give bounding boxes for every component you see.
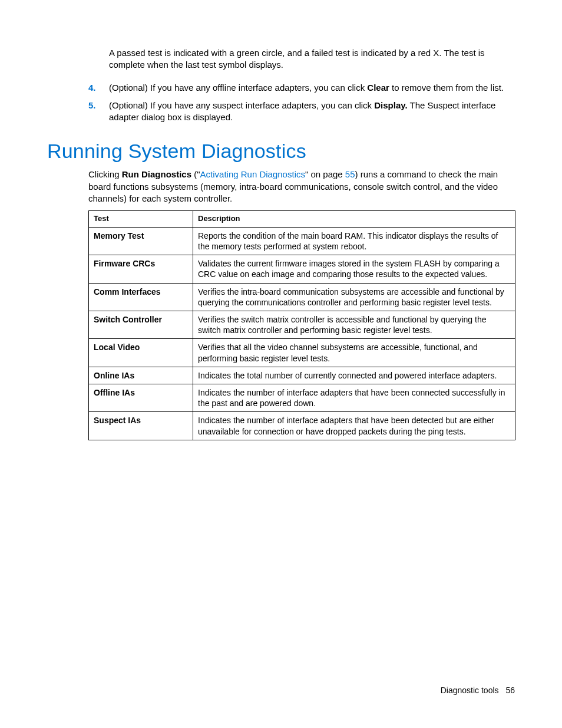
step-marker: 4. — [88, 82, 96, 94]
footer-section: Diagnostic tools — [441, 686, 499, 695]
step-text-before: (Optional) If you have any suspect inter… — [109, 100, 374, 110]
table-cell-test: Online IAs — [89, 367, 193, 384]
table-header-row: Test Description — [89, 211, 515, 228]
table-cell-test: Switch Controller — [89, 311, 193, 339]
table-cell-test: Local Video — [89, 339, 193, 367]
table-cell-desc: Verifies the intra-board communication s… — [193, 283, 515, 311]
section-paragraph: Clicking Run Diagnostics ("Activating Ru… — [88, 169, 515, 205]
intro-text: A passed test is indicated with a green … — [109, 48, 485, 70]
table-row: Comm Interfaces Verifies the intra-board… — [89, 283, 515, 311]
xref-link-page[interactable]: 55 — [345, 169, 355, 179]
table-cell-desc: Verifies that all the video channel subs… — [193, 339, 515, 367]
footer-page-number: 56 — [505, 686, 515, 695]
table-row: Suspect IAs Indicates the number of inte… — [89, 412, 515, 440]
table-cell-desc: Indicates the number of interface adapte… — [193, 412, 515, 440]
intro-paragraph: A passed test is indicated with a green … — [109, 47, 515, 71]
table-cell-desc: Indicates the total number of currently … — [193, 367, 515, 384]
table-cell-test: Offline IAs — [89, 384, 193, 411]
step-text-after: to remove them from the list. — [389, 83, 504, 93]
step-text-bold: Display. — [374, 100, 407, 110]
table-cell-test: Memory Test — [89, 227, 193, 255]
section-bold: Run Diagnostics — [122, 169, 191, 179]
section-paren-open: (" — [191, 169, 200, 179]
step-list: 4. (Optional) If you have any offline in… — [88, 82, 515, 124]
section-pre: Clicking — [88, 169, 122, 179]
table-cell-desc: Reports the condition of the main board … — [193, 227, 515, 255]
table-cell-test: Comm Interfaces — [89, 283, 193, 311]
page-container: A passed test is indicated with a green … — [0, 0, 562, 728]
table-row: Online IAs Indicates the total number of… — [89, 367, 515, 384]
table-header-test: Test — [89, 211, 193, 228]
section-heading: Running System Diagnostics — [47, 140, 515, 163]
table-cell-test: Suspect IAs — [89, 412, 193, 440]
table-cell-desc: Validates the current firmware images st… — [193, 255, 515, 283]
step-item-4: 4. (Optional) If you have any offline in… — [88, 82, 515, 94]
table-cell-test: Firmware CRCs — [89, 255, 193, 283]
xref-link-text[interactable]: Activating Run Diagnostics — [200, 169, 305, 179]
table-row: Local Video Verifies that all the video … — [89, 339, 515, 367]
table-cell-desc: Verifies the switch matrix controller is… — [193, 311, 515, 339]
diagnostics-table: Test Description Memory Test Reports the… — [88, 210, 515, 440]
table-row: Memory Test Reports the condition of the… — [89, 227, 515, 255]
table-row: Offline IAs Indicates the number of inte… — [89, 384, 515, 411]
table-row: Firmware CRCs Validates the current firm… — [89, 255, 515, 283]
step-text-before: (Optional) If you have any offline inter… — [109, 83, 367, 93]
page-footer: Diagnostic tools 56 — [441, 686, 515, 695]
table-row: Switch Controller Verifies the switch ma… — [89, 311, 515, 339]
step-text-bold: Clear — [367, 83, 389, 93]
table-header-description: Description — [193, 211, 515, 228]
step-item-5: 5. (Optional) If you have any suspect in… — [88, 100, 515, 124]
table-cell-desc: Indicates the number of interface adapte… — [193, 384, 515, 411]
section-mid: " on page — [305, 169, 345, 179]
step-marker: 5. — [88, 100, 96, 111]
